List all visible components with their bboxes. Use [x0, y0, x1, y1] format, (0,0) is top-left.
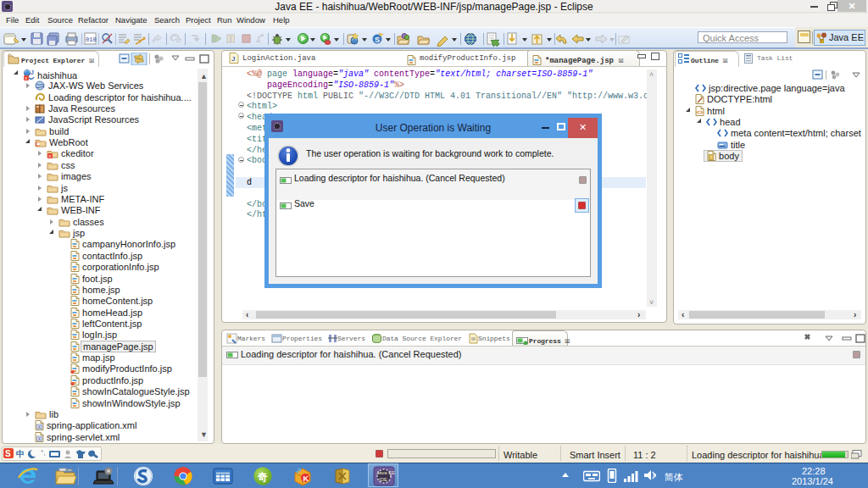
svg-text:°,: °,: [41, 449, 45, 457]
svg-text:奇: 奇: [257, 471, 268, 483]
svg-text:K: K: [303, 474, 309, 483]
svg-text:<>: <>: [697, 109, 704, 115]
svg-text:IDE: IDE: [379, 477, 387, 482]
svg-text:中: 中: [16, 449, 25, 458]
svg-text:S: S: [5, 449, 11, 458]
svg-text:Java EE: Java EE: [376, 470, 395, 475]
